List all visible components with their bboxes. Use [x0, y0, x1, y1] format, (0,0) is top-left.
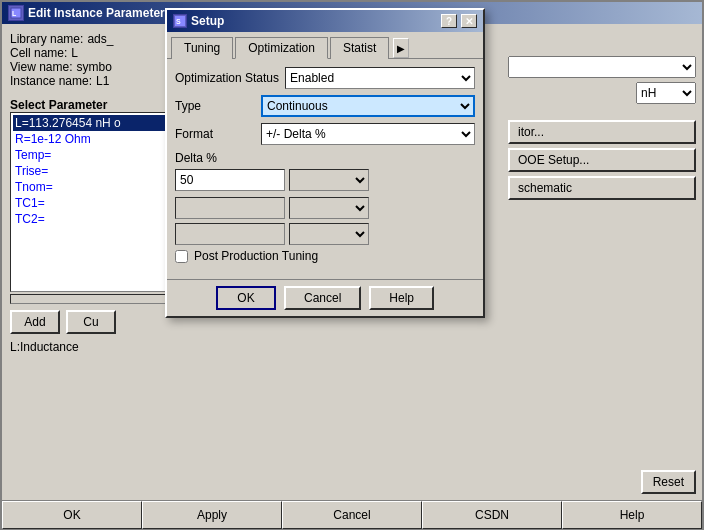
opt-status-select[interactable]: Enabled Disabled	[285, 67, 475, 89]
format-label: Format	[175, 127, 255, 141]
delta-row	[175, 169, 475, 191]
type-select[interactable]: Continuous Discrete	[261, 95, 475, 117]
type-label: Type	[175, 99, 255, 113]
svg-text:S: S	[176, 18, 181, 25]
delta-label: Delta %	[175, 151, 475, 165]
delta-input[interactable]	[175, 169, 285, 191]
format-row: Format +/- Delta % Min/Max	[175, 123, 475, 145]
modal-title: Setup	[191, 14, 224, 28]
tab-optimization[interactable]: Optimization	[235, 37, 328, 59]
modal-titlebar: S Setup ? ✕	[167, 10, 483, 32]
modal-titlebar-buttons: ? ✕	[441, 14, 477, 28]
modal-body: Optimization Status Enabled Disabled Typ…	[167, 59, 483, 279]
type-row: Type Continuous Discrete	[175, 95, 475, 117]
opt-status-label: Optimization Status	[175, 71, 279, 85]
tab-scroll-right[interactable]: ▶	[393, 38, 409, 58]
empty-row-2	[175, 223, 475, 245]
empty-row-1	[175, 197, 475, 219]
modal-help-button[interactable]: Help	[369, 286, 434, 310]
format-select[interactable]: +/- Delta % Min/Max	[261, 123, 475, 145]
modal-icon: S	[173, 14, 187, 28]
empty-input-1	[175, 197, 285, 219]
modal-overlay: S Setup ? ✕ Tuning Optimization Statist …	[0, 0, 704, 530]
opt-status-row: Optimization Status Enabled Disabled	[175, 67, 475, 89]
setup-modal: S Setup ? ✕ Tuning Optimization Statist …	[165, 8, 485, 318]
tab-statistics[interactable]: Statist	[330, 37, 389, 59]
post-production-label: Post Production Tuning	[194, 249, 318, 263]
empty-input-2	[175, 223, 285, 245]
post-production-checkbox[interactable]	[175, 250, 188, 263]
modal-titlebar-left: S Setup	[173, 14, 224, 28]
empty-select-2[interactable]	[289, 223, 369, 245]
modal-tabs: Tuning Optimization Statist ▶	[167, 32, 483, 59]
modal-close-button[interactable]: ✕	[461, 14, 477, 28]
modal-footer: OK Cancel Help	[167, 279, 483, 316]
empty-select-1[interactable]	[289, 197, 369, 219]
modal-ok-button[interactable]: OK	[216, 286, 276, 310]
post-production-row: Post Production Tuning	[175, 249, 475, 263]
modal-cancel-button[interactable]: Cancel	[284, 286, 361, 310]
tab-tuning[interactable]: Tuning	[171, 37, 233, 59]
delta-unit-select[interactable]	[289, 169, 369, 191]
modal-help-icon[interactable]: ?	[441, 14, 457, 28]
